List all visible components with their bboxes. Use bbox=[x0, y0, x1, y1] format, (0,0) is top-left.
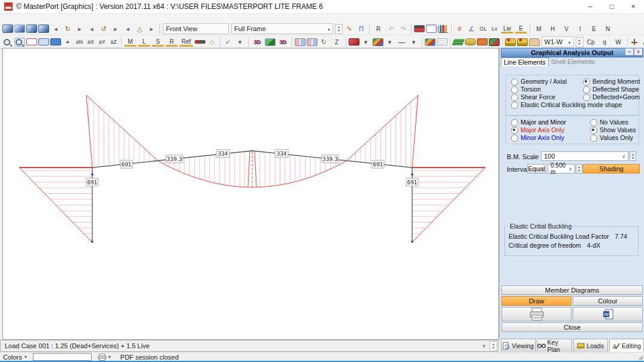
lw-button[interactable]: Lw bbox=[501, 24, 513, 34]
e2-button[interactable]: E bbox=[588, 24, 600, 34]
radio-icon[interactable] bbox=[511, 127, 518, 134]
annotate-x-button[interactable]: aX bbox=[86, 37, 96, 47]
crosshair-icon[interactable]: + bbox=[62, 37, 73, 47]
radio-icon[interactable] bbox=[590, 127, 597, 134]
colors-combo[interactable]: Colors ▾ bbox=[3, 354, 27, 361]
view-cube-top-icon[interactable] bbox=[26, 25, 37, 33]
load-case-spinner[interactable] bbox=[489, 341, 497, 351]
solid-icon[interactable] bbox=[489, 38, 500, 46]
material-icon[interactable] bbox=[349, 38, 359, 45]
close-panel-button[interactable]: Close bbox=[501, 323, 643, 332]
line-style-icon[interactable]: — bbox=[397, 37, 407, 47]
tab-loads[interactable]: Loads bbox=[573, 339, 608, 352]
view-cube-iso-icon[interactable] bbox=[2, 25, 13, 33]
print-button[interactable] bbox=[501, 307, 572, 321]
zoom-extents-icon[interactable] bbox=[14, 38, 25, 47]
radio-icon[interactable] bbox=[511, 78, 518, 86]
load-case-2-icon[interactable] bbox=[517, 38, 528, 46]
printer-icon[interactable] bbox=[98, 354, 107, 361]
rotate-left-arrow-icon[interactable]: ◂ bbox=[50, 24, 61, 34]
shading-button[interactable]: Shading bbox=[583, 164, 640, 174]
undo-icon[interactable]: ↶ bbox=[386, 24, 397, 34]
radio-icon[interactable] bbox=[583, 78, 590, 86]
frame-extent-combo[interactable]: Full Frame bbox=[231, 23, 333, 34]
shade-view-icon[interactable] bbox=[265, 38, 276, 46]
select-check-icon[interactable]: ✓ bbox=[223, 37, 234, 47]
view-cube-front-icon[interactable] bbox=[14, 25, 25, 33]
line-style-dd-icon[interactable]: ▾ bbox=[409, 37, 419, 47]
plate-icon[interactable]: ◇ bbox=[207, 37, 217, 47]
select-dd-icon[interactable]: ▾ bbox=[235, 37, 246, 47]
close-button[interactable]: × bbox=[622, 0, 644, 13]
interval-spinner[interactable] bbox=[576, 164, 582, 174]
rotate-y-icon[interactable]: ↻ bbox=[62, 24, 73, 34]
radio-option[interactable]: Deflected Shape bbox=[583, 86, 640, 93]
section-icon[interactable] bbox=[465, 38, 476, 45]
rotate-right-arrow-icon[interactable]: ▸ bbox=[74, 24, 85, 34]
radio-option[interactable]: No Values bbox=[590, 118, 636, 126]
annotate-y-button[interactable]: aY bbox=[97, 37, 107, 47]
v-button[interactable]: V bbox=[560, 24, 573, 34]
colour-button[interactable]: Colour bbox=[573, 296, 643, 306]
cp-button[interactable]: Cp bbox=[585, 37, 597, 47]
n-button[interactable]: N bbox=[601, 24, 614, 34]
wind-spinner[interactable] bbox=[576, 37, 583, 47]
export-word-button[interactable]: W bbox=[573, 307, 643, 321]
z-button[interactable]: Z bbox=[331, 37, 343, 47]
q-button[interactable]: q bbox=[598, 37, 611, 47]
record-icon[interactable] bbox=[414, 25, 425, 32]
annotate-z-button[interactable]: aZ bbox=[108, 37, 119, 47]
copy-view-icon[interactable] bbox=[295, 38, 306, 46]
w-button[interactable]: W bbox=[612, 37, 625, 47]
view-3d-button[interactable]: 3D bbox=[251, 37, 264, 47]
radio-option[interactable]: Minor Axis Only bbox=[511, 134, 566, 142]
radio-icon[interactable] bbox=[511, 119, 518, 126]
palette-icon[interactable] bbox=[373, 38, 383, 46]
radio-icon[interactable] bbox=[511, 86, 518, 93]
tab-key-plan[interactable]: Key Plan bbox=[537, 339, 572, 352]
printer-dropdown-icon[interactable]: ▾ bbox=[108, 354, 111, 360]
spin-model-icon[interactable]: ↻ bbox=[319, 37, 329, 47]
radio-icon[interactable] bbox=[590, 135, 597, 142]
stress-button[interactable]: S bbox=[152, 37, 164, 47]
resize-grip[interactable]: ◢ bbox=[638, 354, 643, 360]
shading-toggle-icon[interactable] bbox=[425, 38, 436, 46]
material-dd-icon[interactable]: ▾ bbox=[361, 37, 371, 47]
tab-editing[interactable]: Editing bbox=[609, 339, 644, 352]
moments-button[interactable]: M bbox=[124, 37, 137, 47]
maximize-button[interactable]: □ bbox=[601, 0, 622, 13]
bm-scale-spinner[interactable] bbox=[630, 151, 636, 161]
zoom-window-icon[interactable] bbox=[26, 38, 37, 45]
minimize-button[interactable]: – bbox=[579, 0, 601, 13]
radio-option[interactable]: Values Only bbox=[590, 134, 636, 142]
node-network-icon[interactable] bbox=[642, 38, 644, 46]
loads-button[interactable]: L bbox=[138, 37, 150, 47]
panel-close-icon[interactable]: x bbox=[634, 48, 643, 56]
annotate-nodes-button[interactable]: aN bbox=[74, 37, 84, 47]
member-release-icon[interactable] bbox=[195, 40, 205, 44]
angle-icon[interactable]: ∠ bbox=[466, 24, 477, 34]
radio-option[interactable]: Major Axis Only bbox=[511, 126, 566, 134]
layers-icon[interactable] bbox=[452, 39, 465, 45]
rotate-plane-icon[interactable]: △ bbox=[134, 24, 145, 34]
chart-output-icon[interactable] bbox=[438, 25, 449, 33]
palette-dd-icon[interactable]: ▾ bbox=[385, 37, 395, 47]
radio-icon[interactable] bbox=[511, 135, 518, 142]
pan-left-arrow-icon[interactable]: ◂ bbox=[86, 24, 97, 34]
tab-shell-elements[interactable]: Shell Elements bbox=[549, 57, 597, 66]
radio-icon[interactable] bbox=[583, 94, 590, 101]
panel-collapse-button[interactable]: = bbox=[625, 48, 634, 56]
lv-button[interactable]: Lv bbox=[489, 24, 500, 34]
pointer-hand-icon[interactable] bbox=[529, 38, 540, 46]
rotate-x-icon[interactable]: ↺ bbox=[98, 24, 109, 34]
tilt-right-arrow-icon[interactable]: ▸ bbox=[146, 24, 157, 34]
m-button[interactable]: M bbox=[533, 24, 545, 34]
sketch-icon[interactable]: ✎ bbox=[344, 24, 355, 34]
axis-triad-icon[interactable] bbox=[630, 38, 641, 46]
pan-right-arrow-icon[interactable]: ▸ bbox=[110, 24, 121, 34]
status-input[interactable] bbox=[33, 353, 92, 361]
i-button[interactable]: I bbox=[574, 24, 586, 34]
tilt-left-arrow-icon[interactable]: ◂ bbox=[122, 24, 133, 34]
grid-icon[interactable]: # bbox=[454, 24, 465, 34]
radio-icon[interactable] bbox=[583, 86, 590, 93]
